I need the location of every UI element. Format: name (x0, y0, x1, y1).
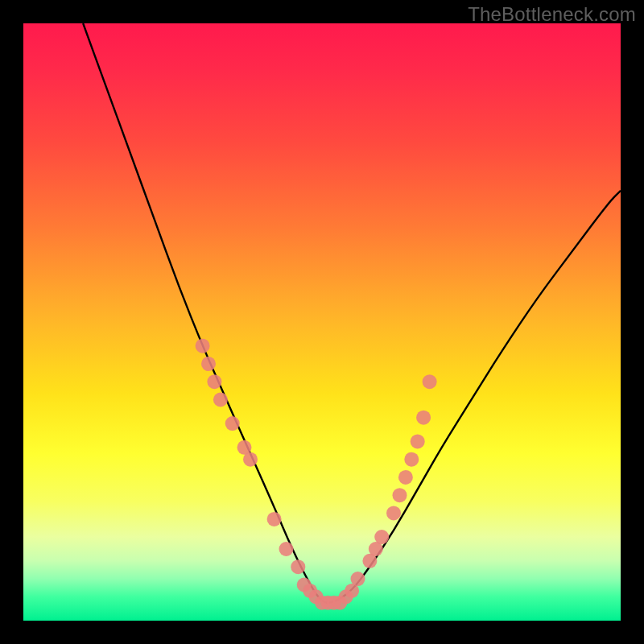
data-marker (393, 488, 407, 502)
data-marker (279, 542, 294, 556)
chart-frame: TheBottleneck.com (0, 0, 644, 644)
data-marker (225, 416, 240, 431)
data-marker (398, 470, 413, 485)
bottleneck-curve (83, 23, 621, 603)
data-marker (423, 374, 437, 389)
curve-svg (23, 23, 621, 621)
data-marker (386, 506, 401, 520)
data-marker (196, 339, 210, 353)
marker-group (196, 339, 437, 610)
data-marker (291, 559, 305, 574)
data-marker (213, 393, 228, 407)
data-marker (416, 411, 431, 425)
data-marker (207, 374, 221, 389)
data-marker (351, 572, 365, 586)
data-marker (243, 452, 258, 467)
plot-area (23, 23, 621, 621)
data-marker (201, 357, 216, 371)
watermark-text: TheBottleneck.com (468, 3, 636, 26)
data-marker (374, 530, 389, 544)
data-marker (411, 434, 425, 448)
data-marker (404, 452, 419, 467)
data-marker (267, 512, 282, 526)
